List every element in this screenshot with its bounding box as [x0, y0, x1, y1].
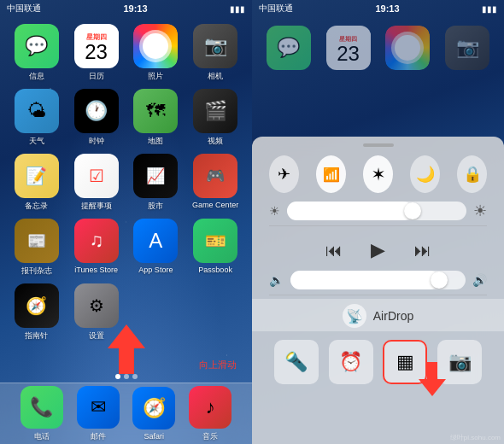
brightness-fill: [287, 202, 413, 220]
app-passbook-icon: 🎫: [193, 219, 237, 263]
app-photos[interactable]: 照片: [130, 24, 183, 82]
control-center[interactable]: ✈ 📶 ✶ 🌙 🔒 ☀ ☀: [252, 137, 504, 444]
app-newsstand-label: 报刊杂志: [21, 266, 52, 277]
status-left: 中国联通: [7, 3, 41, 15]
dock-mail[interactable]: ✉ 邮件: [77, 386, 120, 442]
dock-safari-icon: 🧭: [132, 387, 175, 429]
fast-forward-btn[interactable]: ⏭: [414, 241, 431, 260]
status-right-left: ▮▮▮: [230, 4, 245, 14]
app-videos-icon: 🎬: [193, 89, 237, 133]
page-dot-3: [132, 374, 138, 379]
divider-2: [269, 295, 487, 295]
volume-track[interactable]: [290, 271, 466, 289]
app-newsstand-icon: 📰: [15, 219, 59, 263]
arrow-down-body: [427, 362, 437, 379]
carrier-right: 中国联通: [259, 3, 293, 15]
play-btn[interactable]: ▶: [363, 235, 394, 266]
app-itunes[interactable]: ♫ iTunes Store: [70, 219, 123, 277]
app-reminders-label: 提醒事项: [81, 201, 112, 212]
wifi-icon: 📶: [323, 166, 340, 183]
app-appstore-label: App Store: [138, 266, 173, 274]
app-camera-icon: 📷: [193, 24, 237, 68]
timer-btn[interactable]: ⏰: [329, 340, 373, 384]
camera-quick-icon: 📷: [448, 351, 472, 373]
app-compass-label: 指南针: [25, 330, 48, 342]
app-videos[interactable]: 🎬 视频: [189, 89, 242, 147]
right-photos-inner: [385, 26, 430, 70]
dock-mail-label: 邮件: [91, 431, 106, 442]
app-calendar[interactable]: 星期四 23 日历: [70, 24, 123, 82]
app-reminders-icon: ☑: [74, 154, 119, 198]
app-appstore-icon: A: [133, 219, 178, 263]
right-calendar-date: 23: [337, 44, 360, 64]
app-messages[interactable]: 💬 信息: [10, 24, 63, 82]
brightness-track[interactable]: [287, 202, 466, 220]
app-camera[interactable]: 📷 相机: [189, 24, 242, 82]
app-settings-icon: ⚙: [74, 283, 119, 328]
app-stocks[interactable]: 📈 股市: [130, 154, 183, 212]
dock: 📞 电话 ✉ 邮件 🧭 Safari ♪ 音乐: [0, 383, 252, 444]
volume-high-icon: 🔊: [472, 273, 487, 287]
app-reminders[interactable]: ☑ 提醒事项: [70, 154, 123, 212]
right-calendar-inner: 星期四 23: [326, 32, 371, 64]
app-clock[interactable]: 🕐 时钟: [70, 89, 123, 147]
rewind-btn[interactable]: ⏮: [325, 241, 343, 260]
app-maps-label: 地图: [148, 136, 163, 147]
app-notes-icon: 📝: [15, 154, 59, 198]
do-not-disturb-btn[interactable]: 🌙: [410, 155, 440, 193]
airdrop-row[interactable]: 📡 AirDrop: [252, 299, 504, 331]
wifi-btn[interactable]: 📶: [316, 155, 346, 193]
toggle-row: ✈ 📶 ✶ 🌙 🔒: [252, 152, 504, 200]
dock-music-label: 音乐: [202, 431, 218, 442]
app-notes[interactable]: 📝 备忘录: [10, 154, 63, 212]
app-notes-label: 备忘录: [25, 201, 48, 212]
time-left: 19:13: [123, 3, 147, 14]
dock-phone[interactable]: 📞 电话: [21, 386, 63, 442]
bluetooth-btn[interactable]: ✶: [363, 155, 393, 193]
swipe-label: 向上滑动: [199, 359, 237, 371]
moon-icon: 🌙: [416, 165, 435, 184]
rotation-lock-btn[interactable]: 🔒: [457, 155, 487, 193]
app-itunes-label: iTunes Store: [74, 266, 118, 274]
app-maps[interactable]: 🗺 地图: [130, 89, 183, 147]
app-gamecenter-icon: 🎮: [193, 154, 237, 198]
app-newsstand[interactable]: 📰 报刊杂志: [10, 219, 63, 277]
brightness-low-icon: ☀: [269, 204, 280, 218]
app-camera-label: 相机: [208, 71, 223, 82]
dock-safari-label: Safari: [144, 432, 165, 441]
dock-safari[interactable]: 🧭 Safari: [132, 387, 175, 441]
airplane-mode-btn[interactable]: ✈: [269, 155, 299, 193]
page-dots: [115, 374, 138, 379]
dock-music-icon: ♪: [189, 386, 231, 429]
app-calendar-icon: 星期四 23: [74, 24, 119, 68]
app-stocks-label: 股市: [148, 201, 163, 212]
swipe-up-arrow: [108, 324, 145, 374]
app-compass-icon: 🧭: [15, 283, 59, 328]
app-weather-icon: 🌤: [15, 89, 59, 133]
app-appstore[interactable]: A App Store: [130, 219, 183, 277]
app-compass[interactable]: 🧭 指南针: [10, 283, 63, 342]
app-passbook[interactable]: 🎫 Passbook: [189, 219, 242, 277]
app-calendar-label: 日历: [89, 71, 104, 82]
app-grid: 💬 信息 星期四 23 日历 照片 📷: [0, 17, 252, 348]
app-weather-label: 天气: [29, 136, 44, 147]
right-camera-icon: 📷: [445, 26, 489, 70]
app-weather[interactable]: 🌤 天气: [10, 89, 63, 147]
app-gamecenter[interactable]: 🎮 Game Center: [189, 154, 242, 212]
app-messages-label: 信息: [29, 71, 44, 82]
airdrop-icon: 📡: [343, 304, 366, 328]
right-messages: 💬: [262, 26, 315, 70]
dock-mail-icon: ✉: [77, 386, 120, 429]
battery-right: ▮▮▮: [482, 4, 497, 14]
page-dot-2: [124, 374, 129, 379]
volume-slider-row: 🔈 🔊: [252, 269, 504, 291]
watermark: 绿叶pl.sohu.com: [450, 433, 501, 442]
right-messages-icon: 💬: [267, 26, 311, 70]
flashlight-btn[interactable]: 🔦: [274, 340, 319, 384]
airdrop-signal-icon: 📡: [346, 308, 363, 324]
dock-music[interactable]: ♪ 音乐: [189, 386, 231, 442]
right-calendar-icon: 星期四 23: [326, 26, 371, 70]
volume-knob: [431, 272, 448, 289]
right-photos: [382, 26, 435, 70]
app-photos-icon: [133, 24, 178, 68]
